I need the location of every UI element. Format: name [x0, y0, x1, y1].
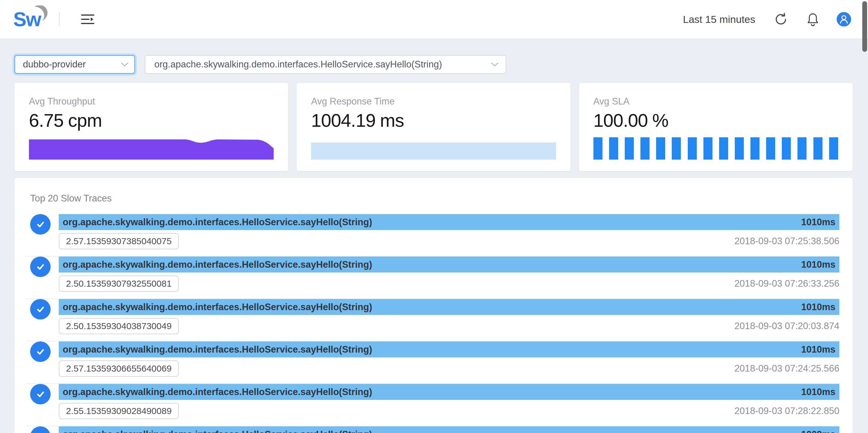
trace-duration-bar[interactable]: org.apache.skywalking.demo.interfaces.He… — [59, 214, 839, 230]
chevron-down-icon — [491, 62, 498, 67]
scrollbar-thumb[interactable] — [862, 1, 867, 52]
trace-success-check-icon — [30, 384, 51, 404]
sla-bar — [672, 137, 681, 160]
sla-bar-chart — [593, 137, 838, 160]
trace-endpoint-label: org.apache.skywalking.demo.interfaces.He… — [63, 344, 372, 355]
sla-bar — [782, 137, 791, 160]
bell-icon[interactable] — [807, 12, 819, 27]
trace-meta-row: 2.50.15359307932550081 2018-09-03 07:26:… — [59, 275, 839, 292]
card-avg-sla: Avg SLA 100.00 % — [579, 83, 852, 171]
trace-meta-row: 2.50.15359304038730049 2018-09-03 07:20:… — [59, 318, 839, 334]
trace-list-item: org.apache.skywalking.demo.interfaces.He… — [30, 214, 839, 257]
trace-duration-value: 1010ms — [801, 259, 835, 270]
trace-timestamp: 2018-09-03 07:24:25.566 — [735, 363, 839, 374]
trace-list: org.apache.skywalking.demo.interfaces.He… — [30, 214, 839, 433]
main-content: dubbo-provider org.apache.skywalking.dem… — [0, 39, 868, 433]
sla-bar — [829, 137, 838, 160]
trace-duration-bar[interactable]: org.apache.skywalking.demo.interfaces.He… — [59, 426, 839, 433]
slow-traces-title: Top 20 Slow Traces — [30, 193, 839, 204]
trace-duration-value: 1010ms — [801, 387, 835, 397]
header-actions: Last 15 minutes — [683, 12, 851, 27]
trace-duration-value: 1010ms — [801, 344, 835, 355]
skywalking-logo[interactable]: Sw — [13, 5, 51, 34]
sla-bar — [688, 137, 697, 160]
card-value-number: 6.75 — [29, 110, 64, 131]
card-value-unit: cpm — [68, 110, 102, 131]
trace-meta-row: 2.55.15359309028490089 2018-09-03 07:28:… — [59, 403, 839, 419]
card-value-number: 1004.19 — [311, 110, 375, 131]
service-select-value: dubbo-provider — [23, 59, 86, 70]
sla-bar — [593, 137, 602, 160]
trace-duration-value: 1010ms — [801, 302, 835, 312]
card-value: 6.75 cpm — [29, 110, 102, 131]
card-value: 1004.19 ms — [311, 110, 404, 131]
trace-list-item: org.apache.skywalking.demo.interfaces.He… — [30, 426, 839, 433]
trace-list-item: org.apache.skywalking.demo.interfaces.He… — [30, 341, 839, 384]
metric-cards-row: Avg Throughput 6.75 cpm Avg Response Tim… — [14, 83, 852, 171]
trace-duration-bar[interactable]: org.apache.skywalking.demo.interfaces.He… — [59, 384, 839, 400]
trace-id-chip[interactable]: 2.57.15359307385040075 — [59, 233, 179, 249]
response-time-area-chart — [311, 142, 556, 160]
filter-bar: dubbo-provider org.apache.skywalking.dem… — [14, 55, 852, 74]
trace-duration-bar[interactable]: org.apache.skywalking.demo.interfaces.He… — [59, 341, 839, 358]
card-avg-throughput: Avg Throughput 6.75 cpm — [14, 83, 288, 171]
header-divider — [59, 12, 60, 26]
person-icon — [837, 12, 851, 26]
trace-id-chip[interactable]: 2.50.15359304038730049 — [59, 318, 179, 334]
trace-duration-value: 1010ms — [801, 217, 835, 228]
sla-bar — [813, 137, 823, 160]
sla-bar — [735, 137, 744, 160]
slow-traces-panel: Top 20 Slow Traces org.apache.skywalking… — [14, 178, 852, 433]
trace-success-check-icon — [30, 426, 51, 433]
trace-timestamp: 2018-09-03 07:25:38.506 — [735, 236, 839, 246]
card-label: Avg Response Time — [311, 96, 395, 107]
throughput-area-chart — [29, 138, 274, 160]
card-avg-response-time: Avg Response Time 1004.19 ms — [297, 83, 570, 171]
sla-bar — [656, 137, 665, 160]
service-select[interactable]: dubbo-provider — [14, 55, 135, 74]
trace-endpoint-label: org.apache.skywalking.demo.interfaces.He… — [63, 217, 372, 228]
chevron-down-icon — [121, 62, 128, 67]
refresh-icon[interactable] — [774, 12, 788, 26]
sla-bar — [625, 137, 634, 160]
card-value-unit: ms — [380, 110, 404, 131]
endpoint-select-value: org.apache.skywalking.demo.interfaces.He… — [154, 59, 442, 70]
sla-bar — [750, 137, 760, 160]
sla-bar — [704, 137, 712, 160]
trace-success-check-icon — [30, 214, 51, 235]
trace-endpoint-label: org.apache.skywalking.demo.interfaces.He… — [63, 429, 372, 433]
trace-success-check-icon — [30, 299, 51, 320]
trace-timestamp: 2018-09-03 07:20:03.874 — [735, 321, 839, 332]
sla-bar — [798, 137, 807, 160]
user-avatar[interactable] — [837, 12, 851, 27]
time-range-selector[interactable]: Last 15 minutes — [683, 13, 755, 25]
trace-id-chip[interactable]: 2.57.15359306655640069 — [59, 360, 179, 377]
logo-text: Sw — [13, 8, 41, 31]
trace-timestamp: 2018-09-03 07:28:22.850 — [735, 406, 839, 417]
trace-endpoint-label: org.apache.skywalking.demo.interfaces.He… — [63, 387, 372, 397]
trace-list-item: org.apache.skywalking.demo.interfaces.He… — [30, 384, 839, 426]
menu-fold-icon[interactable] — [79, 11, 97, 27]
trace-duration-bar[interactable]: org.apache.skywalking.demo.interfaces.He… — [59, 299, 839, 315]
trace-success-check-icon — [30, 257, 51, 277]
trace-id-chip[interactable]: 2.50.15359307932550081 — [59, 275, 179, 292]
trace-list-item: org.apache.skywalking.demo.interfaces.He… — [30, 257, 839, 299]
trace-endpoint-label: org.apache.skywalking.demo.interfaces.He… — [63, 302, 372, 312]
sla-bar — [766, 137, 775, 160]
card-label: Avg SLA — [593, 96, 629, 107]
trace-meta-row: 2.57.15359307385040075 2018-09-03 07:25:… — [59, 233, 839, 249]
card-value-number: 100.00 — [593, 110, 648, 131]
sla-bar — [609, 137, 618, 160]
trace-endpoint-label: org.apache.skywalking.demo.interfaces.He… — [63, 259, 372, 270]
trace-id-chip[interactable]: 2.55.15359309028490089 — [59, 403, 179, 419]
trace-duration-bar[interactable]: org.apache.skywalking.demo.interfaces.He… — [59, 257, 839, 272]
sla-bar — [641, 137, 650, 160]
endpoint-select[interactable]: org.apache.skywalking.demo.interfaces.He… — [145, 55, 506, 74]
card-value-unit: % — [652, 110, 668, 131]
card-value: 100.00 % — [593, 110, 669, 131]
trace-list-item: org.apache.skywalking.demo.interfaces.He… — [30, 299, 839, 341]
top-header: Sw Last 15 minutes — [0, 0, 868, 39]
trace-meta-row: 2.57.15359306655640069 2018-09-03 07:24:… — [59, 360, 839, 377]
trace-success-check-icon — [30, 341, 51, 362]
trace-timestamp: 2018-09-03 07:26:33.256 — [735, 278, 839, 289]
